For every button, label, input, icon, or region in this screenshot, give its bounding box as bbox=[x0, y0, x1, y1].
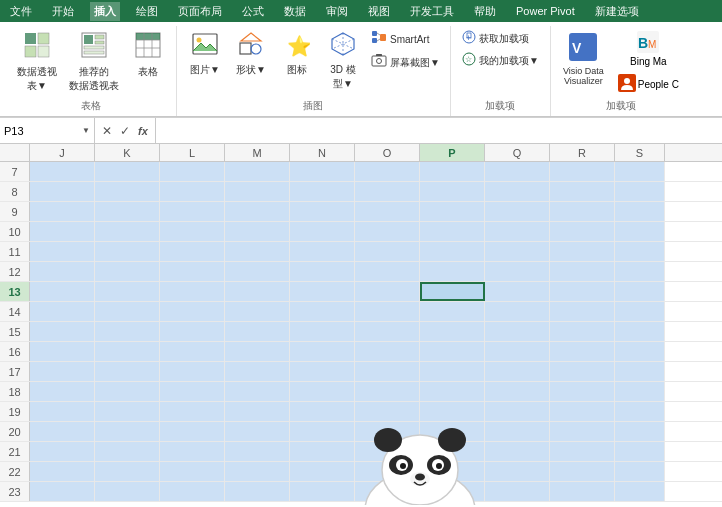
row-header-10[interactable]: 10 bbox=[0, 222, 30, 241]
cell-S20[interactable] bbox=[615, 422, 665, 441]
cell-M19[interactable] bbox=[225, 402, 290, 421]
cell-K22[interactable] bbox=[95, 462, 160, 481]
cell-K15[interactable] bbox=[95, 322, 160, 341]
cell-L21[interactable] bbox=[160, 442, 225, 461]
cell-J20[interactable] bbox=[30, 422, 95, 441]
cell-L19[interactable] bbox=[160, 402, 225, 421]
menu-draw[interactable]: 绘图 bbox=[132, 2, 162, 21]
picture-button[interactable]: 图片▼ bbox=[183, 28, 227, 80]
cell-N17[interactable] bbox=[290, 362, 355, 381]
col-header-R[interactable]: R bbox=[550, 144, 615, 161]
cell-P17[interactable] bbox=[420, 362, 485, 381]
cell-O19[interactable] bbox=[355, 402, 420, 421]
cell-S9[interactable] bbox=[615, 202, 665, 221]
cell-M16[interactable] bbox=[225, 342, 290, 361]
menu-help[interactable]: 帮助 bbox=[470, 2, 500, 21]
cell-R9[interactable] bbox=[550, 202, 615, 221]
col-header-M[interactable]: M bbox=[225, 144, 290, 161]
screenshot-button[interactable]: 屏幕截图▼ bbox=[367, 51, 444, 74]
formula-fx-button[interactable]: fx bbox=[135, 125, 151, 137]
menu-review[interactable]: 审阅 bbox=[322, 2, 352, 21]
cell-S10[interactable] bbox=[615, 222, 665, 241]
cell-K18[interactable] bbox=[95, 382, 160, 401]
cell-O9[interactable] bbox=[355, 202, 420, 221]
cell-S8[interactable] bbox=[615, 182, 665, 201]
cell-O16[interactable] bbox=[355, 342, 420, 361]
cell-J19[interactable] bbox=[30, 402, 95, 421]
cell-M17[interactable] bbox=[225, 362, 290, 381]
cell-N20[interactable] bbox=[290, 422, 355, 441]
cell-M20[interactable] bbox=[225, 422, 290, 441]
formula-input[interactable] bbox=[156, 125, 722, 137]
cell-R23[interactable] bbox=[550, 482, 615, 501]
cell-R11[interactable] bbox=[550, 242, 615, 261]
cell-L14[interactable] bbox=[160, 302, 225, 321]
bing-button[interactable]: B M Bing Ma bbox=[613, 28, 684, 70]
cell-S14[interactable] bbox=[615, 302, 665, 321]
cell-J8[interactable] bbox=[30, 182, 95, 201]
cell-O21[interactable] bbox=[355, 442, 420, 461]
cell-S22[interactable] bbox=[615, 462, 665, 481]
cell-M14[interactable] bbox=[225, 302, 290, 321]
get-addins-button[interactable]: + 获取加载项 bbox=[458, 28, 543, 49]
cell-M15[interactable] bbox=[225, 322, 290, 341]
cell-L9[interactable] bbox=[160, 202, 225, 221]
menu-view[interactable]: 视图 bbox=[364, 2, 394, 21]
cell-N7[interactable] bbox=[290, 162, 355, 181]
cell-L7[interactable] bbox=[160, 162, 225, 181]
cell-N12[interactable] bbox=[290, 262, 355, 281]
cell-R17[interactable] bbox=[550, 362, 615, 381]
cell-M10[interactable] bbox=[225, 222, 290, 241]
cell-P7[interactable] bbox=[420, 162, 485, 181]
name-box[interactable] bbox=[0, 125, 80, 137]
cell-J16[interactable] bbox=[30, 342, 95, 361]
cell-S18[interactable] bbox=[615, 382, 665, 401]
cell-L8[interactable] bbox=[160, 182, 225, 201]
row-header-12[interactable]: 12 bbox=[0, 262, 30, 281]
cell-S19[interactable] bbox=[615, 402, 665, 421]
row-header-23[interactable]: 23 bbox=[0, 482, 30, 501]
cell-O15[interactable] bbox=[355, 322, 420, 341]
cell-S15[interactable] bbox=[615, 322, 665, 341]
menu-file[interactable]: 文件 bbox=[6, 2, 36, 21]
cell-Q22[interactable] bbox=[485, 462, 550, 481]
cell-R13[interactable] bbox=[550, 282, 615, 301]
cell-L13[interactable] bbox=[160, 282, 225, 301]
cell-M9[interactable] bbox=[225, 202, 290, 221]
cell-S21[interactable] bbox=[615, 442, 665, 461]
cell-M7[interactable] bbox=[225, 162, 290, 181]
cell-M23[interactable] bbox=[225, 482, 290, 501]
row-header-15[interactable]: 15 bbox=[0, 322, 30, 341]
cell-S11[interactable] bbox=[615, 242, 665, 261]
cell-Q14[interactable] bbox=[485, 302, 550, 321]
name-box-dropdown-icon[interactable]: ▼ bbox=[80, 126, 92, 135]
cell-O8[interactable] bbox=[355, 182, 420, 201]
cell-R14[interactable] bbox=[550, 302, 615, 321]
row-header-19[interactable]: 19 bbox=[0, 402, 30, 421]
row-header-17[interactable]: 17 bbox=[0, 362, 30, 381]
cell-S13[interactable] bbox=[615, 282, 665, 301]
cell-J21[interactable] bbox=[30, 442, 95, 461]
people-button[interactable]: People C bbox=[613, 71, 684, 97]
cell-L15[interactable] bbox=[160, 322, 225, 341]
formula-cancel-button[interactable]: ✕ bbox=[99, 124, 115, 138]
cell-Q20[interactable] bbox=[485, 422, 550, 441]
cell-M8[interactable] bbox=[225, 182, 290, 201]
cell-L22[interactable] bbox=[160, 462, 225, 481]
cell-K13[interactable] bbox=[95, 282, 160, 301]
cell-P18[interactable] bbox=[420, 382, 485, 401]
cell-O12[interactable] bbox=[355, 262, 420, 281]
cell-S23[interactable] bbox=[615, 482, 665, 501]
cell-K23[interactable] bbox=[95, 482, 160, 501]
cell-Q17[interactable] bbox=[485, 362, 550, 381]
menu-devtools[interactable]: 开发工具 bbox=[406, 2, 458, 21]
cell-P20[interactable] bbox=[420, 422, 485, 441]
cell-K19[interactable] bbox=[95, 402, 160, 421]
cell-N23[interactable] bbox=[290, 482, 355, 501]
col-header-K[interactable]: K bbox=[95, 144, 160, 161]
cell-O7[interactable] bbox=[355, 162, 420, 181]
cell-M13[interactable] bbox=[225, 282, 290, 301]
table-button[interactable]: 表格 bbox=[126, 28, 170, 82]
cell-L16[interactable] bbox=[160, 342, 225, 361]
cell-R22[interactable] bbox=[550, 462, 615, 481]
